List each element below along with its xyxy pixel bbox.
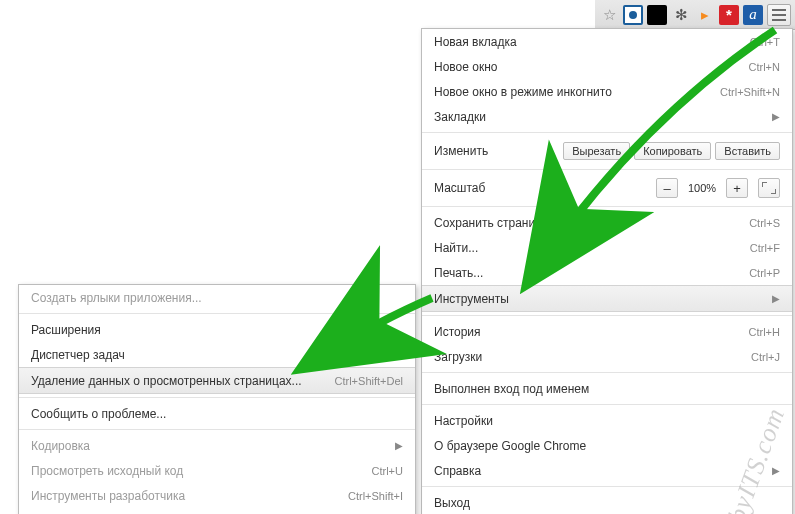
menu-label: Изменить (434, 144, 563, 158)
menu-downloads[interactable]: Загрузки Ctrl+J (422, 344, 792, 369)
copy-button[interactable]: Копировать (634, 142, 711, 160)
shortcut-text: Ctrl+Shift+N (720, 86, 780, 98)
menu-find[interactable]: Найти... Ctrl+F (422, 235, 792, 260)
menu-settings[interactable]: Настройки (422, 408, 792, 433)
shortcut-text: Ctrl+U (372, 465, 403, 477)
zoom-in-button[interactable]: + (726, 178, 748, 198)
menu-label: Новое окно в режиме инкогнито (434, 85, 690, 99)
menu-label: Создать ярлыки приложения... (31, 291, 403, 305)
menu-new-tab[interactable]: Новая вкладка Ctrl+T (422, 29, 792, 54)
menu-label: Печать... (434, 266, 719, 280)
menu-label: Инструменты разработчика (31, 489, 318, 503)
chrome-main-menu: Новая вкладка Ctrl+T Новое окно Ctrl+N Н… (421, 28, 793, 514)
menu-tools[interactable]: Инструменты ▶ (422, 285, 792, 312)
extension-eye-icon[interactable] (623, 5, 643, 25)
shortcut-text: Shift+Esc (356, 349, 403, 361)
extension-a-icon[interactable]: a (743, 5, 763, 25)
menu-label: Сообщить о проблеме... (31, 407, 403, 421)
menu-label: Удаление данных о просмотренных страница… (31, 374, 305, 388)
menu-label: Просмотреть исходный код (31, 464, 342, 478)
menu-label: Закладки (434, 110, 772, 124)
submenu-dev-tools[interactable]: Инструменты разработчика Ctrl+Shift+I (19, 483, 415, 508)
menu-label: Загрузки (434, 350, 721, 364)
menu-label: История (434, 325, 719, 339)
menu-new-window[interactable]: Новое окно Ctrl+N (422, 54, 792, 79)
shortcut-text: Ctrl+Shift+I (348, 490, 403, 502)
menu-edit-row: Изменить Вырезать Копировать Вставить (422, 136, 792, 166)
shortcut-text: Ctrl+T (750, 36, 780, 48)
submenu-encoding[interactable]: Кодировка ▶ (19, 433, 415, 458)
submenu-extensions[interactable]: Расширения (19, 317, 415, 342)
menu-incognito[interactable]: Новое окно в режиме инкогнито Ctrl+Shift… (422, 79, 792, 104)
chrome-menu-button[interactable] (767, 4, 791, 26)
menu-label: О браузере Google Chrome (434, 439, 780, 453)
menu-about[interactable]: О браузере Google Chrome (422, 433, 792, 458)
menu-bookmarks[interactable]: Закладки ▶ (422, 104, 792, 129)
submenu-js-console[interactable]: Консоль JavaScript Ctrl+Shift+J (19, 508, 415, 514)
zoom-out-button[interactable]: – (656, 178, 678, 198)
menu-label: Масштаб (434, 181, 656, 195)
shortcut-text: Ctrl+P (749, 267, 780, 279)
paste-button[interactable]: Вставить (715, 142, 780, 160)
menu-label: Настройки (434, 414, 780, 428)
shortcut-text: Ctrl+S (749, 217, 780, 229)
submenu-clear-browsing-data[interactable]: Удаление данных о просмотренных страница… (19, 367, 415, 394)
submenu-arrow-icon: ▶ (395, 440, 403, 451)
extension-lastpass-icon[interactable]: * (719, 5, 739, 25)
submenu-view-source[interactable]: Просмотреть исходный код Ctrl+U (19, 458, 415, 483)
menu-label: Расширения (31, 323, 403, 337)
menu-label: Инструменты (434, 292, 772, 306)
extension-bug-icon[interactable]: ✻ (671, 5, 691, 25)
menu-label: Новая вкладка (434, 35, 720, 49)
menu-label: Диспетчер задач (31, 348, 326, 362)
tools-submenu: Создать ярлыки приложения... Расширения … (18, 284, 416, 514)
extension-rss-icon[interactable]: ▸ (695, 5, 715, 25)
shortcut-text: Ctrl+H (749, 326, 780, 338)
browser-toolbar: ☆ ✻ ▸ * a (595, 0, 795, 30)
menu-label: Найти... (434, 241, 720, 255)
shortcut-text: Ctrl+Shift+Del (335, 375, 403, 387)
menu-label: Сохранить страницу как... (434, 216, 719, 230)
bookmark-star-icon[interactable]: ☆ (599, 5, 619, 25)
menu-save-as[interactable]: Сохранить страницу как... Ctrl+S (422, 210, 792, 235)
menu-label: Выполнен вход под именем (434, 382, 780, 396)
menu-label: Новое окно (434, 60, 719, 74)
shortcut-text: Ctrl+F (750, 242, 780, 254)
fullscreen-button[interactable] (758, 178, 780, 198)
menu-zoom-row: Масштаб – 100% + (422, 173, 792, 203)
menu-label: Справка (434, 464, 772, 478)
menu-label: Кодировка (31, 439, 395, 453)
submenu-arrow-icon: ▶ (772, 111, 780, 122)
menu-print[interactable]: Печать... Ctrl+P (422, 260, 792, 285)
shortcut-text: Ctrl+N (749, 61, 780, 73)
submenu-arrow-icon: ▶ (772, 465, 780, 476)
submenu-create-shortcuts[interactable]: Создать ярлыки приложения... (19, 285, 415, 310)
submenu-arrow-icon: ▶ (772, 293, 780, 304)
menu-signed-in[interactable]: Выполнен вход под именем (422, 376, 792, 401)
submenu-task-manager[interactable]: Диспетчер задач Shift+Esc (19, 342, 415, 367)
menu-history[interactable]: История Ctrl+H (422, 319, 792, 344)
submenu-report-issue[interactable]: Сообщить о проблеме... (19, 401, 415, 426)
extension-black-icon[interactable] (647, 5, 667, 25)
shortcut-text: Ctrl+J (751, 351, 780, 363)
cut-button[interactable]: Вырезать (563, 142, 630, 160)
zoom-value: 100% (682, 182, 722, 194)
